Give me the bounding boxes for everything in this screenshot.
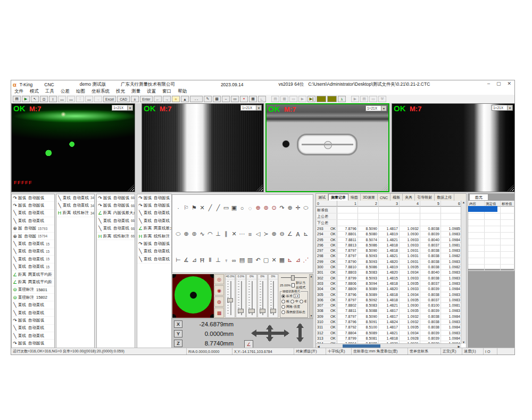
toolbar-button-37[interactable]: ▤: [360, 96, 368, 102]
element-row[interactable]: [468, 252, 514, 258]
list-item[interactable]: ↷圆弧自动圆弧66: [97, 194, 135, 202]
tool-icon[interactable]: ⬭: [174, 230, 182, 237]
toolbar-button-36[interactable]: ▶: [351, 96, 359, 102]
list-item[interactable]: ╲直线自动直线66: [97, 225, 135, 233]
toolbar-button-17[interactable]: ▲: [181, 96, 189, 102]
tool-icon[interactable]: ◌: [246, 205, 254, 211]
tool-icon[interactable]: ♀: [222, 257, 230, 263]
tool-icon[interactable]: ⊙: [270, 204, 278, 211]
list-item[interactable]: ↷圆弧自动圆弧: [12, 194, 54, 202]
toolbar-button-6[interactable]: ▬: [67, 96, 75, 102]
table-row[interactable]: 308OK7.88118.50881.48171.09350.80391.098…: [316, 308, 461, 314]
tool-icon[interactable]: ⊛: [190, 230, 198, 237]
toolbar-button-28[interactable]: ▦: [280, 96, 288, 102]
toolbar-button-23[interactable]: *: [240, 96, 248, 102]
list-item[interactable]: ╲直线自动直线34: [56, 194, 94, 202]
tool-icon[interactable]: ⬭: [302, 204, 310, 211]
close-button[interactable]: ✕: [507, 81, 511, 86]
toolbar-button-8[interactable]: ▬: [85, 96, 93, 102]
tool-icon[interactable]: ▢: [262, 257, 270, 263]
tool-icon[interactable]: ≡: [246, 231, 254, 237]
table-row[interactable]: 297OK7.87978.50901.48181.09310.80381.098…: [316, 248, 461, 253]
camera-zoom-select[interactable]: 1=21X▾: [112, 105, 133, 111]
list-item[interactable]: ↷圆弧自动圆弧55: [137, 202, 171, 209]
list-item[interactable]: ╲直线自动直线15: [12, 256, 54, 263]
toolbar-button-13[interactable]: Enter: [140, 96, 153, 102]
camera-zoom-select[interactable]: 1=21X▾: [365, 105, 387, 111]
toolbar-button-14[interactable]: ←: [154, 96, 162, 102]
element-row[interactable]: [468, 258, 514, 265]
camera-panel-3[interactable]: OKM:71=21X▾: [265, 103, 389, 192]
tool-icon[interactable]: ✕: [198, 204, 206, 211]
list-item[interactable]: ↷圆弧自动圆弧: [12, 202, 54, 209]
element-row[interactable]: [468, 265, 514, 271]
table-row[interactable]: 294OK7.88018.50801.48191.09300.80391.098…: [316, 232, 461, 237]
tool-icon[interactable]: ⊿: [190, 257, 198, 263]
list-item[interactable]: ∠距离两直线平均距: [12, 271, 54, 278]
tool-icon[interactable]: ⊕: [254, 204, 262, 211]
tool-icon[interactable]: ·: [174, 205, 182, 211]
tab-绘图[interactable]: 绘图: [348, 194, 361, 201]
maximize-button[interactable]: ▢: [496, 81, 501, 86]
menu-item-8[interactable]: 设置: [144, 88, 159, 95]
toolbar-button-3[interactable]: Ω: [40, 96, 48, 102]
list-item[interactable]: ∠距离两直线最大距55: [137, 225, 171, 233]
tool-icon[interactable]: ◁: [254, 230, 262, 237]
tool-icon[interactable]: ⚑: [190, 204, 198, 211]
table-row[interactable]: 313OK7.87998.50811.48181.09280.80391.098…: [316, 336, 461, 341]
list-item[interactable]: ╲直线自动直线55: [137, 256, 171, 263]
tool-icon[interactable]: ▤: [238, 257, 246, 263]
toolbar-button-29[interactable]: ▭: [289, 96, 297, 102]
menu-item-7[interactable]: 测量: [128, 88, 144, 95]
list-item[interactable]: ╲直线自动直线: [12, 301, 54, 309]
list-item[interactable]: ╲直线自动直线: [12, 217, 54, 225]
tool-icon[interactable]: ∠: [286, 230, 294, 237]
standard-select[interactable]: 1▾: [294, 294, 300, 298]
tool-icon[interactable]: ≻: [262, 230, 270, 237]
toolbar-button-30[interactable]: ▶: [298, 96, 306, 102]
toolbar-button-18[interactable]: - -: [190, 96, 203, 102]
level-radio-0[interactable]: [281, 300, 285, 303]
tool-icon[interactable]: ▭: [222, 204, 230, 211]
toolbar-button-27[interactable]: ▤: [271, 96, 279, 102]
table-row[interactable]: 311OK7.87928.51001.48171.09350.80381.098…: [316, 325, 461, 330]
tool-icon[interactable]: ⋯: [238, 230, 246, 237]
selected-element-row[interactable]: [468, 206, 497, 212]
ring-light-preview[interactable]: [172, 274, 214, 318]
toolbar-button-39[interactable]: ⚒: [378, 96, 386, 102]
master-light-slider[interactable]: [280, 275, 308, 280]
light-slider-3[interactable]: 0%: [246, 274, 256, 318]
camera-zoom-select[interactable]: 1=21X▾: [492, 105, 513, 111]
tool-icon[interactable]: ▦: [278, 257, 286, 263]
list-item[interactable]: ⊕圆自动圆15794: [12, 233, 54, 240]
list-item[interactable]: ⊕圆自动圆15793: [12, 225, 54, 233]
tool-icon[interactable]: A: [294, 231, 302, 237]
list-item[interactable]: ╲直线自动直线: [12, 309, 54, 317]
tool-icon[interactable]: ⋰: [302, 257, 310, 263]
table-row[interactable]: 295OK7.88118.50741.48211.09330.80401.098…: [316, 237, 461, 243]
tool-icon[interactable]: ∥: [222, 230, 230, 237]
menu-item-2[interactable]: 工具: [42, 88, 57, 95]
tool-icon[interactable]: ○: [238, 205, 246, 211]
list-item[interactable]: ↷圆弧自动圆弧55: [137, 194, 171, 202]
tab-夹具[interactable]: 夹具: [403, 194, 415, 201]
light-segment-button[interactable]: ◉: [214, 285, 224, 295]
menu-item-10[interactable]: 帮助: [174, 88, 190, 95]
tool-icon[interactable]: ∡: [182, 257, 190, 263]
toolbar-button-12[interactable]: ±: [131, 96, 139, 102]
element-row[interactable]: [468, 239, 514, 245]
light-slider-5[interactable]: 0%: [268, 274, 278, 318]
camera-panel-4[interactable]: OKM:71=21X▾: [392, 103, 515, 192]
list-item[interactable]: Η距离线性标注34: [56, 210, 94, 217]
list-item[interactable]: ╲直线自动直线55: [137, 210, 171, 217]
toolbar-button-10[interactable]: Excel: [103, 96, 116, 102]
camera-zoom-select[interactable]: 1=21X▾: [240, 105, 262, 111]
camera-panel-2[interactable]: OKM:71=21X▾: [142, 103, 264, 192]
toolbar-button-2[interactable]: ↖: [31, 96, 39, 102]
tool-icon[interactable]: ⊥: [214, 257, 222, 263]
table-row[interactable]: 299OK7.87908.50931.48201.09310.80381.098…: [316, 259, 461, 265]
x-axis-button[interactable]: X: [174, 320, 182, 328]
tool-icon[interactable]: ✛: [294, 204, 302, 211]
toolbar-button-24[interactable]: ▦: [249, 96, 257, 102]
toolbar-button-15[interactable]: →: [163, 96, 171, 102]
